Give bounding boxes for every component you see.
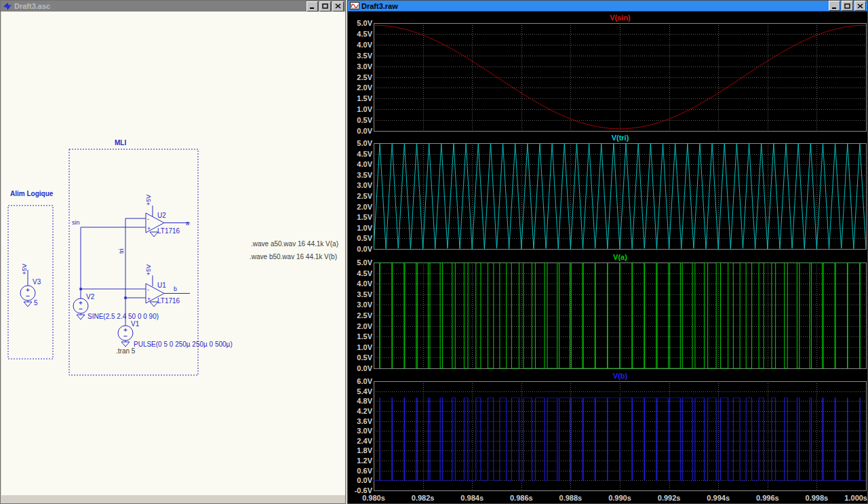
tran-directive[interactable]: .tran 5 [116, 347, 136, 355]
net-label-tri[interactable]: tri [118, 249, 125, 254]
waveform-viewer[interactable]: V(sin)5.0V4.5V4.0V3.5V3.0V2.5V2.0V1.5V1.… [348, 1, 867, 492]
y-tick-label: 0.0V [348, 365, 372, 372]
pane-title-vsin[interactable]: V(sin) [374, 14, 867, 22]
y-tick-label: 2.5V [348, 193, 372, 200]
alim-logique-label[interactable]: Alim Logique [10, 190, 54, 197]
y-tick-label: 3.0V [348, 301, 372, 309]
waveform-plot-vsin[interactable] [374, 23, 867, 132]
x-tick-label: 0.994s [702, 493, 734, 503]
svg-text:-: - [147, 286, 149, 293]
waveform-plot-vtri[interactable] [374, 143, 867, 250]
y-tick-label: 4.2V [348, 408, 372, 415]
close-button[interactable] [332, 1, 344, 12]
v2-value: SINE(2.5 2.4 50 0 0 90) [87, 313, 159, 320]
schematic-drawing: Alim Logique MLI sin tri a b [1, 12, 345, 495]
pane-title-vtri[interactable]: V(tri) [374, 134, 867, 142]
y-tick-label: 1.0V [348, 106, 372, 113]
svg-text:+5V: +5V [145, 265, 152, 275]
u2-part: LT1716 [157, 227, 180, 235]
svg-text:+5V: +5V [145, 195, 152, 206]
waveform-plot-va[interactable] [374, 263, 867, 369]
y-tick-label: 3.6V [348, 418, 372, 425]
schematic-canvas[interactable]: Alim Logique MLI sin tri a b [1, 12, 345, 499]
y-tick-label: 3.5V [348, 52, 372, 60]
y-tick-label: 4.8V [348, 398, 372, 405]
u1-name: U1 [157, 282, 166, 289]
y-tick-label: 4.5V [348, 31, 372, 38]
y-tick-label: 6.0V [348, 378, 372, 385]
y-tick-label: 0.5V [348, 117, 372, 124]
x-tick-label: 0.996s [751, 493, 784, 503]
pane-title-va[interactable]: V(a) [374, 253, 867, 262]
y-tick-label: 1.0V [348, 225, 372, 232]
y-tick-label: 2.5V [348, 74, 372, 81]
pane-title-vb[interactable]: V(b) [374, 372, 867, 381]
y-tick-label: 4.5V [348, 151, 372, 158]
wave-a-directive[interactable]: .wave a50.wav 16 44.1k V(a) [251, 240, 338, 248]
svg-text:+: + [147, 296, 151, 303]
y-tick-label: 0.0V [348, 477, 372, 484]
schematic-window: Draft3.asc Alim Logique MLI [0, 0, 346, 504]
x-tick-label: 0.984s [456, 493, 488, 503]
ltspice-icon [3, 2, 12, 11]
x-tick-label: 0.998s [800, 493, 833, 503]
v1-name: V1 [131, 320, 140, 328]
y-tick-label: 2.0V [348, 323, 372, 330]
y-tick-label: 0.5V [348, 354, 372, 362]
waveform-window: Draft3.raw V(sin)5.0V4.5V4.0V3.5V3.0V2.5… [347, 0, 868, 504]
y-tick-label: 5.4V [348, 388, 372, 395]
x-tick-label: 0.982s [407, 493, 439, 503]
y-tick-label: 5.0V [348, 20, 372, 27]
y-tick-label: 0.5V [348, 235, 372, 242]
u1-part: LT1716 [157, 297, 180, 305]
y-tick-label: 1.5V [348, 333, 372, 341]
y-tick-label: 5.0V [348, 140, 372, 147]
v3-value: 5 [34, 299, 38, 307]
svg-text:+5V: +5V [21, 264, 28, 275]
x-tick-label: 0.986s [505, 493, 538, 503]
net-label-b[interactable]: b [174, 286, 177, 292]
schematic-window-title: Draft3.asc [14, 1, 307, 11]
y-tick-label: 3.5V [348, 172, 372, 179]
schematic-titlebar[interactable]: Draft3.asc [1, 1, 345, 12]
x-tick-label: 0.990s [604, 493, 636, 503]
y-tick-label: 0.6V [348, 467, 372, 475]
v2-name: V2 [86, 293, 95, 301]
y-tick-label: 2.4V [348, 438, 372, 445]
y-tick-label: 1.5V [348, 214, 372, 221]
waveform-plot-vb[interactable] [374, 381, 867, 491]
mli-label[interactable]: MLI [115, 139, 126, 147]
wave-b-directive[interactable]: .wave b50.wav 16 44.1k V(b) [250, 253, 337, 260]
net-label-sin[interactable]: sin [72, 219, 80, 226]
y-tick-label: 1.2V [348, 457, 372, 465]
wire-junction [124, 296, 127, 299]
alim-logique-box[interactable] [8, 206, 53, 359]
svg-text:-: - [147, 216, 149, 222]
net-label-a[interactable]: a [186, 220, 189, 227]
y-tick-label: 4.0V [348, 280, 372, 288]
y-tick-label: 5.0V [348, 259, 372, 267]
voltage-source-v1[interactable]: V1 PULSE(0 5 0 250µ 250µ 0 500µ) [118, 320, 233, 348]
u2-name: U2 [157, 212, 166, 219]
y-tick-label: 0.0V [348, 128, 372, 135]
y-tick-label: 1.0V [348, 344, 372, 351]
y-tick-label: 2.5V [348, 312, 372, 319]
wire-junction [79, 288, 82, 290]
y-tick-label: 4.0V [348, 161, 372, 168]
x-tick-label: 1.000s [835, 493, 867, 503]
y-tick-label: 1.8V [348, 447, 372, 454]
x-tick-label: 0.988s [554, 493, 587, 503]
comparator-u2[interactable]: - + +5V U2 LT1716 [145, 195, 180, 237]
svg-text:+: + [147, 225, 151, 232]
y-tick-label: 2.0V [348, 203, 372, 211]
y-tick-label: 3.0V [348, 427, 372, 435]
v3-name: V3 [33, 278, 41, 286]
x-tick-label: 0.992s [653, 493, 686, 503]
y-tick-label: 3.0V [348, 63, 372, 71]
minimize-button[interactable] [307, 1, 318, 12]
y-tick-label: 4.5V [348, 270, 372, 277]
restore-button[interactable] [319, 1, 331, 12]
y-tick-label: 3.5V [348, 291, 372, 298]
voltage-source-v3[interactable]: +5V V3 5 [20, 264, 41, 307]
y-tick-label: 0.0V [348, 246, 372, 253]
